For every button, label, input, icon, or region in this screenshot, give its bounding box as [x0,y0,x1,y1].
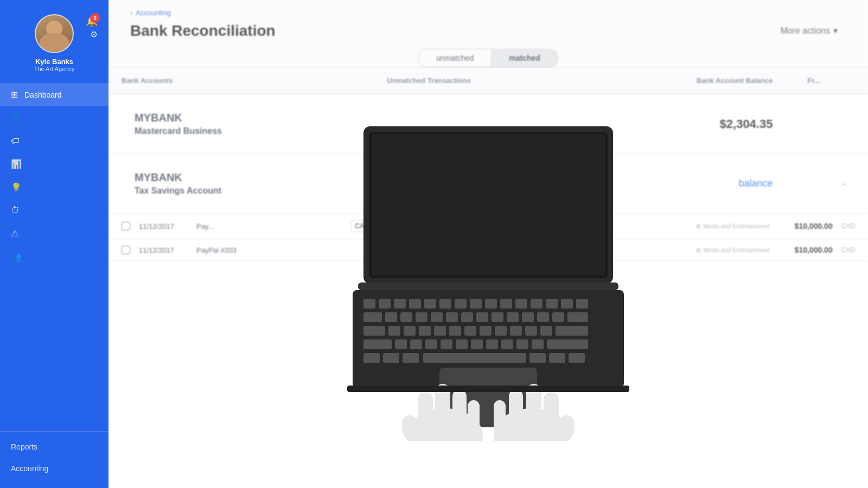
sidebar-bottom: Reports Accounting [0,431,108,479]
more-actions-button[interactable]: More actions ▾ [771,21,846,40]
sidebar-item-team[interactable]: 👥 [0,245,108,268]
svg-rect-22 [400,312,412,322]
sidebar-item-dashboard[interactable]: ⊞ Dashboard [0,83,108,106]
col-unmatched-transactions: Unmatched Transactions [374,68,583,94]
svg-rect-4 [353,290,624,388]
svg-rect-31 [537,312,549,322]
svg-rect-64 [549,353,565,363]
txn-amount-1: $10,000.00 [778,222,833,230]
reconciliation-table: Bank Accounts Unmatched Transactions Ban… [108,68,868,261]
bank-account-2: Tax Savings Account [122,186,361,204]
transaction-checkbox-2[interactable] [122,246,130,254]
svg-rect-37 [419,326,431,336]
svg-rect-21 [385,312,397,322]
sidebar-nav: ⊞ Dashboard 👤 🏷 📊 💡 ⏱ ⚠ 👥 [0,83,108,431]
accounting-label: Accounting [11,464,48,473]
svg-rect-40 [464,326,476,336]
svg-rect-43 [510,326,522,336]
svg-rect-52 [456,339,468,349]
transaction-checkbox-1[interactable] [122,222,130,230]
svg-point-68 [398,412,427,440]
sidebar-item-label: Dashboard [24,91,62,99]
svg-rect-27 [476,312,488,322]
currency-selector-1[interactable]: CAD ▾ [351,220,378,232]
svg-rect-36 [404,326,416,336]
breadcrumb[interactable]: ‹ Accounting [130,9,846,17]
sidebar-item-accounting[interactable]: Accounting [0,458,108,479]
balance-link-2[interactable]: balance [738,178,773,189]
svg-rect-7 [394,299,406,309]
sidebar-item-insights[interactable]: 💡 [0,176,108,199]
reports-icon: 📊 [11,159,22,169]
svg-point-74 [550,412,579,440]
sidebar-item-alerts[interactable]: ⚠ [0,222,108,245]
sidebar-item-products[interactable]: 🏷 [0,130,108,152]
tabs-row: unmatched matched [130,49,846,67]
page-header: ‹ Accounting Bank Reconciliation More ac… [108,0,868,68]
activity-icon: ⏱ [11,206,20,215]
txn-payee-right-2: PayPal #203903 [529,246,687,254]
svg-rect-24 [431,312,443,322]
page-title: Bank Reconciliation [130,22,276,40]
tab-matched[interactable]: matched [492,49,558,67]
svg-rect-9 [424,299,436,309]
table-row: MYBANK Tax Savings Account balance - [108,154,868,214]
notification-bell-icon[interactable]: 🔔 9 [86,15,98,27]
svg-rect-48 [395,339,407,349]
txn-category-label-1: Meals and Entertainment [703,223,769,229]
main-content: ‹ Accounting Bank Reconciliation More ac… [108,0,868,488]
svg-rect-49 [410,339,422,349]
svg-rect-56 [516,339,528,349]
txn-payee-1: Pay... [196,222,342,230]
txn-currency-2: CAD [841,246,855,254]
user-name: Kyle Banks [35,57,73,66]
avatar[interactable] [35,14,74,53]
avatar-wrapper [35,14,74,53]
svg-rect-59 [363,353,380,363]
svg-rect-15 [515,299,527,309]
chevron-down-icon: ▾ [833,25,838,36]
sidebar-item-activity[interactable]: ⏱ [0,199,108,222]
svg-rect-11 [455,299,467,309]
sidebar-item-reports[interactable]: 📊 [0,152,108,176]
svg-rect-34 [363,326,385,336]
svg-rect-60 [383,353,399,363]
transaction-row-2: 11/12/2017 PayPal #203 PayPal #203903 ⊞ … [108,239,868,261]
tab-unmatched[interactable]: unmatched [418,49,492,67]
reports-label: Reports [11,442,37,451]
svg-rect-23 [416,312,427,322]
sidebar-item-contacts[interactable]: 👤 [0,106,108,130]
svg-rect-46 [556,326,588,336]
svg-rect-41 [480,326,492,336]
svg-point-67 [407,408,483,441]
svg-rect-33 [567,312,588,322]
table-row: MYBANK Mastercard Business $2,304.35 [108,94,868,154]
svg-rect-77 [509,389,523,437]
col-bank-accounts: Bank Accounts [108,68,374,94]
svg-rect-79 [347,386,629,392]
svg-rect-75 [544,392,559,441]
txn-category-label-2: Meals and Entertainment [703,247,769,253]
transaction-row-1: 11/12/2017 Pay... CAD ▾ PayPal #203903 [108,214,868,239]
svg-rect-35 [388,326,400,336]
table-row: 11/12/2017 PayPal #203 PayPal #203903 ⊞ … [108,239,868,261]
svg-rect-51 [441,339,452,349]
freshbooks-balance-2: - [794,154,868,214]
svg-rect-62 [423,353,526,363]
svg-rect-3 [358,282,618,290]
txn-category-1: ⊞ Meals and Entertainment [696,223,769,230]
balance-amount-1: $2,304.35 [583,94,794,154]
svg-rect-42 [495,326,507,336]
svg-rect-45 [540,326,552,336]
settings-gear-icon[interactable]: ⚙ [90,29,98,40]
svg-rect-58 [547,339,588,349]
freshbooks-icon-1: ⊞ [696,223,701,230]
sidebar-item-reports-label[interactable]: Reports [0,436,108,458]
team-icon: 👥 [11,252,22,262]
txn-date-2: 11/12/2017 [139,246,188,254]
svg-rect-29 [507,312,519,322]
txn-date-1: 11/12/2017 [139,222,188,230]
currency-label-1: CAD [355,222,368,230]
svg-rect-30 [522,312,534,322]
freshbooks-balance-1 [794,94,868,154]
